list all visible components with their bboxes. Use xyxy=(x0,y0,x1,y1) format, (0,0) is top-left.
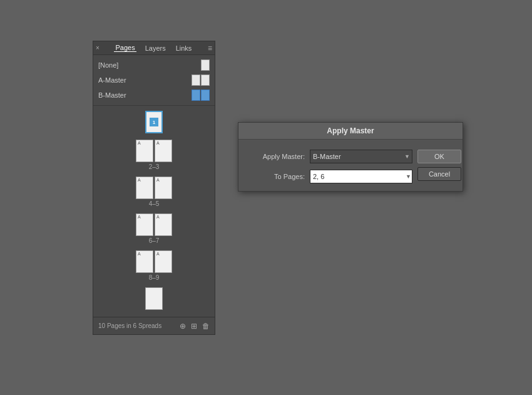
tab-layers[interactable]: Layers xyxy=(144,44,167,52)
master-none-thumb xyxy=(201,59,210,71)
dialog-title: Apply Master xyxy=(238,123,463,140)
apply-master-dialog: Apply Master Apply Master: B-Master [Non… xyxy=(238,122,463,192)
spread-8-9: A A 8–9 xyxy=(136,250,172,281)
delete-page-icon[interactable]: 🗑 xyxy=(202,322,210,331)
to-pages-input-wrapper: ▼ xyxy=(310,170,412,183)
to-pages-input[interactable] xyxy=(310,170,412,183)
panel-close-icon[interactable]: × xyxy=(96,44,100,51)
spread-8-9-label: 8–9 xyxy=(149,274,160,281)
tab-links[interactable]: Links xyxy=(175,44,193,52)
master-none-page xyxy=(201,59,210,71)
spread-2-3-label: 2–3 xyxy=(149,163,160,170)
spread-8-9-pages: A A xyxy=(136,250,172,273)
footer-icons: ⊕ ⊞ 🗑 xyxy=(180,322,210,331)
masters-section: [None] A-Master B-Master xyxy=(93,55,215,106)
page-9-label: A xyxy=(156,252,160,256)
page-6-thumb[interactable]: A xyxy=(136,213,153,236)
dialog-fields: Apply Master: B-Master [None] A-Master ▼… xyxy=(248,150,412,183)
spread-1-pages: 1 xyxy=(145,111,163,133)
spread-6-7-pages: A A xyxy=(136,213,172,236)
page-9-thumb[interactable]: A xyxy=(155,250,172,273)
master-a-row[interactable]: A-Master xyxy=(98,73,210,88)
new-page-icon[interactable]: ⊕ xyxy=(180,322,186,331)
page-8-label: A xyxy=(138,252,141,256)
spread-10-pages xyxy=(145,287,163,310)
master-a-page-left xyxy=(192,74,200,86)
spread-4-5-pages: A A xyxy=(136,177,172,199)
dialog-body: Apply Master: B-Master [None] A-Master ▼… xyxy=(238,140,463,191)
spread-6-7-label: 6–7 xyxy=(149,237,160,244)
master-b-page-left xyxy=(192,90,200,101)
apply-master-row: Apply Master: B-Master [None] A-Master ▼ xyxy=(248,150,412,163)
master-a-label: A-Master xyxy=(98,76,126,84)
master-a-page-right xyxy=(201,74,210,86)
dialog-content-row: Apply Master: B-Master [None] A-Master ▼… xyxy=(248,150,453,183)
panel-footer: 10 Pages in 6 Spreads ⊕ ⊞ 🗑 xyxy=(93,317,215,334)
panel-menu-icon[interactable]: ≡ xyxy=(208,44,212,53)
spread-1: 1 xyxy=(145,111,163,133)
master-a-thumb xyxy=(192,74,210,86)
panel-titlebar: × Pages Layers Links ≡ xyxy=(93,41,215,55)
page-3-thumb[interactable]: A xyxy=(155,140,172,162)
spread-4-5-label: 4–5 xyxy=(149,200,160,207)
page-7-thumb[interactable]: A xyxy=(155,213,172,236)
master-b-thumb xyxy=(192,90,210,101)
to-pages-row: To Pages: ▼ xyxy=(248,170,412,183)
page-3-label: A xyxy=(156,141,160,145)
panel-tabs: Pages Layers Links xyxy=(114,44,193,52)
spread-4-5: A A 4–5 xyxy=(136,177,172,207)
master-none-row[interactable]: [None] xyxy=(98,58,210,73)
page-2-thumb[interactable]: A xyxy=(136,140,153,162)
move-pages-icon[interactable]: ⊞ xyxy=(191,322,197,331)
master-none-label: [None] xyxy=(98,61,118,69)
ok-button[interactable]: OK xyxy=(417,150,461,163)
master-b-label: B-Master xyxy=(98,91,126,99)
master-b-row[interactable]: B-Master xyxy=(98,88,210,103)
page-10-thumb[interactable] xyxy=(145,287,163,310)
spread-10 xyxy=(145,287,163,310)
master-b-page-right xyxy=(201,90,210,101)
page-1-thumb[interactable]: 1 xyxy=(145,111,163,133)
cancel-button[interactable]: Cancel xyxy=(417,167,461,181)
apply-master-select-wrapper: B-Master [None] A-Master ▼ xyxy=(310,150,412,163)
spread-2-3-pages: A A xyxy=(136,140,172,162)
page-7-label: A xyxy=(156,215,160,219)
spread-6-7: A A 6–7 xyxy=(136,213,172,244)
pages-area: 1 A A 2–3 A A xyxy=(93,106,215,317)
dialog-buttons: OK Cancel xyxy=(417,150,461,181)
page-5-label: A xyxy=(156,178,160,182)
pages-panel: × Pages Layers Links ≡ [None] A-Master B… xyxy=(93,41,215,335)
page-2-label: A xyxy=(138,141,141,145)
to-pages-label: To Pages: xyxy=(248,173,305,180)
apply-master-label: Apply Master: xyxy=(248,153,305,160)
page-5-thumb[interactable]: A xyxy=(155,177,172,199)
page-4-thumb[interactable]: A xyxy=(136,177,153,199)
page-8-thumb[interactable]: A xyxy=(136,250,153,273)
spread-2-3: A A 2–3 xyxy=(136,140,172,170)
apply-master-select[interactable]: B-Master [None] A-Master xyxy=(310,150,412,163)
tab-pages[interactable]: Pages xyxy=(114,44,136,52)
panel-status: 10 Pages in 6 Spreads xyxy=(98,322,161,329)
page-1-badge: 1 xyxy=(150,118,158,126)
page-4-label: A xyxy=(138,178,141,182)
page-6-label: A xyxy=(138,215,141,219)
